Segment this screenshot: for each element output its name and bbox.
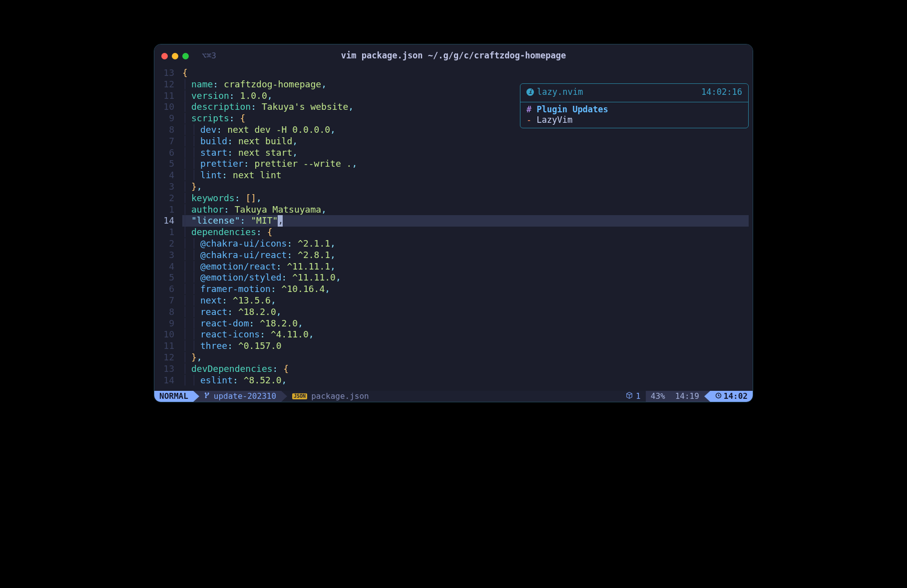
code-line[interactable]: ││@emotion/react: ^11.11.1,	[182, 261, 753, 273]
code-line[interactable]: ││@emotion/styled: ^11.11.0,	[182, 272, 753, 284]
line-number: 12	[154, 79, 174, 90]
code-line[interactable]: ││prettier: prettier --write .,	[182, 158, 753, 170]
diagnostics-segment: 1	[621, 391, 646, 402]
code-line[interactable]: │},	[182, 181, 753, 193]
window-title: vim package.json ~/.g/g/c/craftzdog-home…	[341, 50, 566, 61]
line-number: 10	[154, 329, 174, 340]
code-line[interactable]: │keywords: [],	[182, 193, 753, 204]
statusbar: NORMAL update-202310 JSON package.json 1…	[154, 391, 753, 402]
code-line[interactable]: │"license": "MIT",	[182, 215, 749, 227]
git-branch-icon	[204, 391, 211, 401]
line-number: 1	[154, 204, 174, 216]
percent-segment: 43%	[646, 391, 670, 402]
popup-heading-line: # Plugin Updates	[520, 104, 748, 115]
line-gutter: 13121110987654321141234567891011121314	[154, 67, 178, 391]
mode-segment: NORMAL	[154, 391, 193, 402]
line-number: 3	[154, 250, 174, 261]
separator-icon	[704, 391, 710, 402]
line-number: 9	[154, 318, 174, 329]
dash-icon: -	[526, 115, 531, 125]
code-line[interactable]: ││next: ^13.5.6,	[182, 295, 753, 306]
line-number: 4	[154, 261, 174, 273]
editor[interactable]: 13121110987654321141234567891011121314 {…	[154, 67, 753, 391]
line-number: 8	[154, 306, 174, 318]
separator-icon	[193, 391, 199, 402]
line-number: 11	[154, 340, 174, 352]
popup-time: 14:02:16	[701, 87, 742, 98]
file-segment: JSON package.json	[287, 391, 374, 402]
line-number: 8	[154, 124, 174, 136]
code-line[interactable]: ││react-icons: ^4.11.0,	[182, 329, 753, 340]
git-branch-segment: update-202310	[199, 391, 281, 402]
minimize-icon[interactable]	[172, 53, 178, 59]
line-number: 5	[154, 158, 174, 170]
code-line[interactable]: ││react: ^18.2.0,	[182, 306, 753, 318]
line-number: 7	[154, 136, 174, 147]
hash-icon: #	[526, 104, 531, 114]
line-number: 1	[154, 227, 174, 238]
traffic-lights	[161, 53, 189, 59]
clock-time: 14:02	[724, 391, 748, 401]
code-line[interactable]: ││lint: next lint	[182, 170, 753, 181]
code-line[interactable]: ││framer-motion: ^10.16.4,	[182, 284, 753, 295]
close-icon[interactable]	[161, 53, 168, 59]
popup-item-line: - LazyVim	[520, 115, 748, 126]
code-line[interactable]: {	[182, 67, 753, 79]
position-segment: 14:19	[670, 391, 704, 402]
code-line[interactable]: │devDependencies: {	[182, 363, 753, 375]
popup-divider	[520, 102, 748, 102]
line-number: 10	[154, 101, 174, 113]
line-number: 11	[154, 90, 174, 102]
code-line[interactable]: ││@chakra-ui/react: ^2.8.1,	[182, 250, 753, 261]
statusbar-spacer	[374, 391, 621, 402]
code-line[interactable]: ││@chakra-ui/icons: ^2.1.1,	[182, 238, 753, 250]
popup-heading: Plugin Updates	[537, 104, 608, 114]
code-line[interactable]: ││start: next start,	[182, 147, 753, 159]
line-number: 2	[154, 193, 174, 204]
line-number: 14	[154, 375, 174, 386]
json-filetype-icon: JSON	[292, 393, 307, 399]
code-line[interactable]: ││three: ^0.157.0	[182, 340, 753, 352]
git-branch-name: update-202310	[214, 391, 276, 401]
code-line[interactable]: │author: Takuya Matsuyama,	[182, 204, 753, 216]
cursor: ,	[278, 215, 283, 227]
info-icon: i	[526, 88, 534, 96]
popup-title: lazy.nvim	[537, 87, 583, 98]
line-number: 13	[154, 67, 174, 79]
line-number: 9	[154, 113, 174, 124]
line-number: 7	[154, 295, 174, 306]
fullscreen-icon[interactable]	[182, 53, 189, 59]
cube-icon	[626, 391, 633, 401]
titlebar: ⌥⌘3 vim package.json ~/.g/g/c/craftzdog-…	[154, 44, 753, 67]
line-number: 2	[154, 238, 174, 250]
code-line[interactable]: ││eslint: ^8.52.0,	[182, 375, 753, 386]
line-number: 6	[154, 284, 174, 295]
clock-icon	[715, 391, 722, 401]
lazy-popup: i lazy.nvim 14:02:16 # Plugin Updates - …	[520, 83, 749, 128]
separator-icon	[281, 391, 287, 402]
tab-shortcut-label: ⌥⌘3	[202, 51, 216, 61]
line-number: 6	[154, 147, 174, 159]
terminal-window: ⌥⌘3 vim package.json ~/.g/g/c/craftzdog-…	[154, 44, 753, 402]
line-number: 13	[154, 363, 174, 375]
code-line[interactable]: │dependencies: {	[182, 227, 753, 238]
line-number: 4	[154, 170, 174, 181]
popup-item: LazyVim	[537, 115, 573, 125]
diag-count: 1	[636, 391, 641, 401]
line-number: 5	[154, 272, 174, 284]
code-line[interactable]: │},	[182, 352, 753, 363]
filename: package.json	[311, 391, 369, 401]
clock-segment: 14:02	[710, 391, 753, 402]
line-number: 3	[154, 181, 174, 193]
popup-header: i lazy.nvim 14:02:16	[520, 86, 748, 101]
code-line[interactable]: ││build: next build,	[182, 136, 753, 147]
line-number: 12	[154, 352, 174, 363]
code-line[interactable]: ││react-dom: ^18.2.0,	[182, 318, 753, 329]
line-number: 14	[154, 215, 174, 227]
